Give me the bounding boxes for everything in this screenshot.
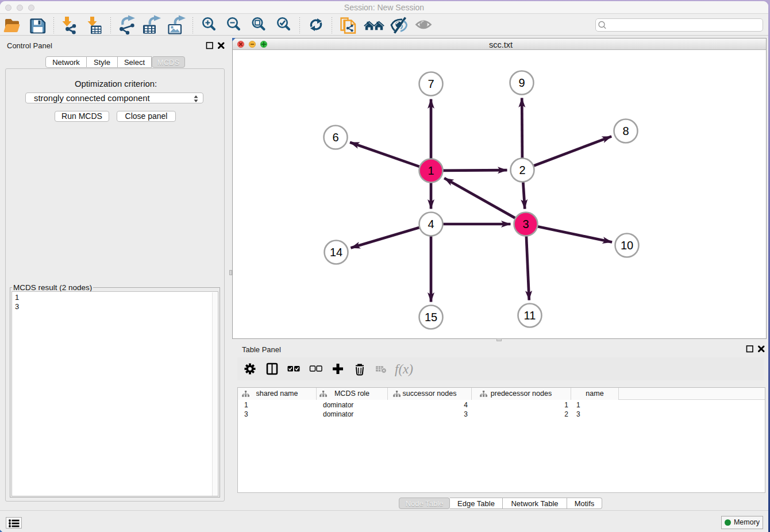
svg-text:15: 15 xyxy=(425,311,437,323)
svg-text:10: 10 xyxy=(621,239,633,252)
svg-text:7: 7 xyxy=(428,78,434,90)
svg-text:2: 2 xyxy=(519,164,525,176)
svg-text:11: 11 xyxy=(524,309,536,322)
svg-text:1: 1 xyxy=(428,164,434,177)
svg-text:8: 8 xyxy=(622,125,629,137)
svg-text:f(x): f(x) xyxy=(395,362,413,376)
svg-text:4: 4 xyxy=(428,218,434,230)
svg-text:14: 14 xyxy=(330,246,342,259)
svg-text:9: 9 xyxy=(518,76,525,89)
svg-text:3: 3 xyxy=(522,218,529,230)
svg-text:6: 6 xyxy=(332,131,338,144)
